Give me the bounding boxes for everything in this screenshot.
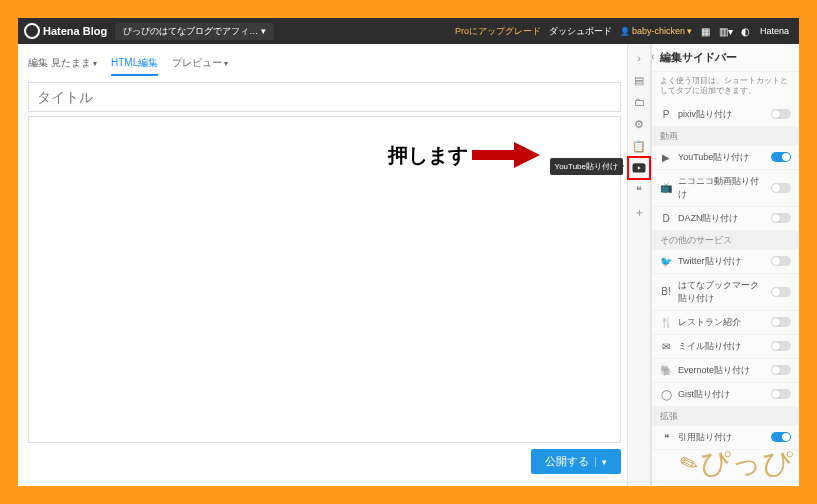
sidebar-item-pixiv[interactable]: Ppixiv貼り付け — [652, 103, 799, 127]
brand-logo[interactable]: Hatena Blog — [24, 23, 107, 39]
sidebar-section-other: その他のサービス — [652, 231, 799, 250]
sidebar-item-evernote[interactable]: 🐘Evernote貼り付け — [652, 359, 799, 383]
niconico-icon: 📺 — [660, 182, 672, 194]
editor-pane: 編集 見たまま HTML編集 プレビュー 公開する — [18, 44, 627, 486]
sidebar-item-restaurant[interactable]: 🍴レストラン紹介 — [652, 311, 799, 335]
sidebar-note: よく使う項目は、ショートカットとしてタブに追加できます。 — [652, 72, 799, 103]
pixiv-icon: P — [660, 108, 672, 120]
dazn-icon: D — [660, 212, 672, 224]
gist-icon: ◯ — [660, 388, 672, 400]
sidebar-item-gist[interactable]: ◯Gist貼り付け — [652, 383, 799, 407]
hatena-link[interactable]: Hatena — [760, 26, 789, 36]
toggle-mail[interactable] — [771, 341, 791, 351]
toggle-quote[interactable] — [771, 432, 791, 442]
tab-wysiwyg[interactable]: 編集 見たまま — [28, 56, 97, 76]
tool-rail: › ▤ 🗀 ⚙ 📋 YouTube貼り付け ❝ ＋ — [627, 44, 651, 486]
rail-clipboard-icon[interactable]: 📋 — [629, 136, 649, 156]
apps-icon[interactable]: ▦ — [699, 24, 713, 38]
app-frame: Hatena Blog ぴっぴのはてなブログでアフィ… ▾ Proにアップグレー… — [18, 18, 799, 486]
sidebar-item-quote[interactable]: ❝引用貼り付け — [652, 426, 799, 450]
youtube-tooltip: YouTube貼り付け — [550, 158, 623, 175]
quote-icon: ❝ — [660, 431, 672, 443]
toggle-gist[interactable] — [771, 389, 791, 399]
toggle-dazn[interactable] — [771, 213, 791, 223]
mask-icon[interactable]: ◐ — [739, 24, 753, 38]
sidebar-item-youtube[interactable]: ▶YouTube貼り付け — [652, 146, 799, 170]
sidebar-item-dazn[interactable]: DDAZN貼り付け — [652, 207, 799, 231]
toggle-youtube[interactable] — [771, 152, 791, 162]
tab-html[interactable]: HTML編集 — [111, 56, 158, 76]
tab-preview[interactable]: プレビュー — [172, 56, 228, 76]
toggle-twitter[interactable] — [771, 256, 791, 266]
twitter-icon: 🐦 — [660, 255, 672, 267]
main-area: 編集 見たまま HTML編集 プレビュー 公開する › ▤ 🗀 ⚙ 📋 YouT… — [18, 44, 799, 486]
sidebar-section-ext: 拡張 — [652, 407, 799, 426]
rail-youtube-icon[interactable]: YouTube貼り付け — [629, 158, 649, 178]
body-textarea[interactable] — [28, 116, 621, 443]
rail-settings-icon[interactable]: ⚙ — [629, 114, 649, 134]
rail-expand-icon[interactable]: › — [629, 48, 649, 68]
toggle-restaurant[interactable] — [771, 317, 791, 327]
toggle-bookmark[interactable] — [771, 287, 791, 297]
toggle-pixiv[interactable] — [771, 109, 791, 119]
bookmark-icon: B! — [660, 286, 672, 298]
sidebar-item-niconico[interactable]: 📺ニコニコ動画貼り付け — [652, 170, 799, 207]
mail-icon: ✉ — [660, 340, 672, 352]
user-menu[interactable]: baby-chicken ▾ — [620, 26, 692, 36]
rail-category-icon[interactable]: 🗀 — [629, 92, 649, 112]
editor-tabs: 編集 見たまま HTML編集 プレビュー — [28, 52, 621, 82]
edit-sidebar: 編集サイドバー よく使う項目は、ショートカットとしてタブに追加できます。 Ppi… — [651, 44, 799, 486]
sidebar-section-video: 動画 — [652, 127, 799, 146]
rail-photo-icon[interactable]: ▤ — [629, 70, 649, 90]
youtube-icon: ▶ — [660, 151, 672, 163]
sidebar-item-bookmark[interactable]: B!はてなブックマーク貼り付け — [652, 274, 799, 311]
toggle-niconico[interactable] — [771, 183, 791, 193]
sidebar-item-mail[interactable]: ✉ミイル貼り付け — [652, 335, 799, 359]
pro-upgrade-link[interactable]: Proにアップグレード — [455, 25, 541, 38]
sidebar-item-twitter[interactable]: 🐦Twitter貼り付け — [652, 250, 799, 274]
dashboard-link[interactable]: ダッシュボード — [549, 25, 612, 38]
rail-add-icon[interactable]: ＋ — [629, 202, 649, 222]
evernote-icon: 🐘 — [660, 364, 672, 376]
sidebar-title: 編集サイドバー — [652, 44, 799, 72]
topbar: Hatena Blog ぴっぴのはてなブログでアフィ… ▾ Proにアップグレー… — [18, 18, 799, 44]
rail-quote-icon[interactable]: ❝ — [629, 180, 649, 200]
toggle-evernote[interactable] — [771, 365, 791, 375]
blog-name-dropdown[interactable]: ぴっぴのはてなブログでアフィ… ▾ — [115, 23, 274, 40]
grid-icon[interactable]: ▥▾ — [719, 24, 733, 38]
restaurant-icon: 🍴 — [660, 316, 672, 328]
publish-button[interactable]: 公開する — [531, 449, 621, 474]
title-input[interactable] — [28, 82, 621, 112]
